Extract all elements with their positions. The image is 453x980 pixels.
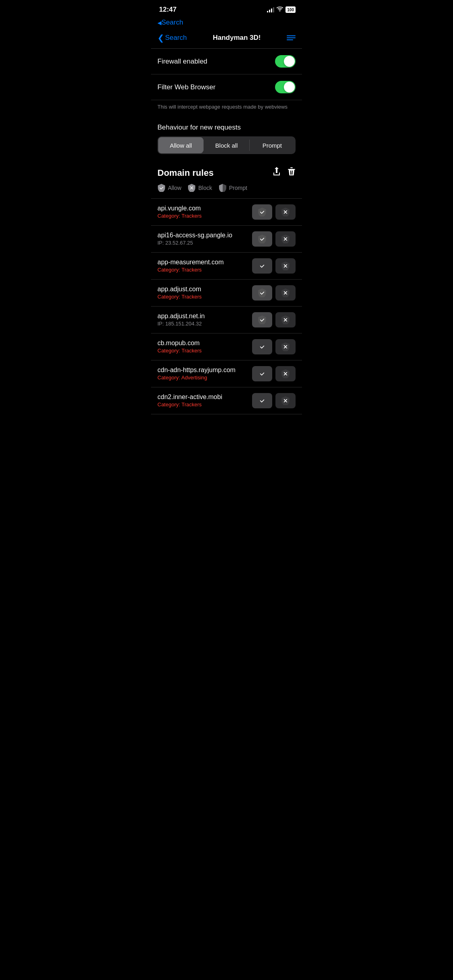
back-arrow-icon: ◂ (157, 18, 161, 27)
domain-rules-actions (272, 167, 296, 179)
domain-name: api16-access-sg.pangle.io (157, 232, 247, 239)
domain-info: cdn-adn-https.rayjump.comCategory: Adver… (157, 366, 252, 381)
firewall-toggle[interactable] (275, 55, 296, 68)
allow-button[interactable] (252, 339, 272, 354)
domain-action-buttons (252, 339, 296, 354)
legend-prompt: Prompt (219, 184, 247, 192)
legend-block-label: Block (198, 185, 212, 191)
back-button[interactable]: ❮ Search (157, 33, 187, 43)
domain-name: app-measurement.com (157, 259, 247, 266)
domain-action-buttons (252, 366, 296, 381)
menu-button[interactable] (287, 35, 296, 40)
domain-info: cb.mopub.comCategory: Trackers (157, 340, 252, 354)
menu-line-1 (287, 35, 296, 36)
domain-row: cdn2.inner-active.mobiCategory: Trackers (151, 387, 302, 414)
domain-info: app-measurement.comCategory: Trackers (157, 259, 252, 273)
domain-sub: Category: Trackers (157, 294, 247, 300)
content: Firewall enabled Filter Web Browser This… (151, 49, 302, 414)
domain-sub: IP: 23.52.67.25 (157, 240, 247, 246)
domain-rules-title: Domain rules (157, 168, 213, 178)
filter-web-label: Filter Web Browser (157, 83, 215, 91)
legend-allow: Allow (157, 184, 181, 192)
back-search-label[interactable]: Search (161, 19, 183, 27)
domain-list: api.vungle.comCategory: Trackersapi16-ac… (151, 199, 302, 414)
domain-row: cb.mopub.comCategory: Trackers (151, 334, 302, 360)
back-chevron-icon: ❮ (157, 33, 164, 43)
domain-row: cdn-adn-https.rayjump.comCategory: Adver… (151, 360, 302, 387)
domain-rules-header: Domain rules (151, 162, 302, 182)
domain-sub: Category: Trackers (157, 213, 247, 219)
domain-action-buttons (252, 231, 296, 247)
allow-button[interactable] (252, 285, 272, 301)
domain-action-buttons (252, 204, 296, 220)
domain-info: app.adjust.net.inIP: 185.151.204.32 (157, 313, 252, 327)
nav-title: Handyman 3D! (213, 34, 261, 42)
domain-sub: Category: Trackers (157, 267, 247, 273)
domain-name: app.adjust.net.in (157, 313, 247, 320)
status-time: 12:47 (159, 6, 176, 14)
block-button[interactable] (275, 312, 296, 327)
domain-row: app-measurement.comCategory: Trackers (151, 253, 302, 280)
share-button[interactable] (272, 167, 281, 179)
allow-button[interactable] (252, 231, 272, 247)
block-button[interactable] (275, 258, 296, 274)
menu-line-2 (287, 37, 296, 38)
svg-rect-1 (290, 167, 293, 168)
firewall-label: Firewall enabled (157, 58, 207, 66)
domain-row: app.adjust.net.inIP: 185.151.204.32 (151, 307, 302, 334)
domain-action-buttons (252, 258, 296, 274)
trash-button[interactable] (288, 167, 296, 179)
block-button[interactable] (275, 339, 296, 354)
battery-icon: 100 (285, 6, 296, 13)
domain-row: api.vungle.comCategory: Trackers (151, 199, 302, 226)
domain-name: app.adjust.com (157, 286, 247, 293)
domain-name: cb.mopub.com (157, 340, 247, 347)
filter-web-toggle[interactable] (275, 81, 296, 93)
svg-rect-0 (288, 169, 295, 170)
status-bar: 12:47 100 (151, 0, 302, 16)
domain-info: cdn2.inner-active.mobiCategory: Trackers (157, 393, 252, 408)
domain-sub: Category: Trackers (157, 348, 247, 354)
domain-row: app.adjust.comCategory: Trackers (151, 280, 302, 307)
block-button[interactable] (275, 285, 296, 301)
signal-icon (267, 7, 274, 12)
seg-prompt[interactable]: Prompt (250, 137, 295, 153)
block-button[interactable] (275, 231, 296, 247)
block-button[interactable] (275, 393, 296, 408)
allow-button[interactable] (252, 312, 272, 327)
domain-sub: Category: Advertising (157, 375, 247, 381)
allow-button[interactable] (252, 366, 272, 381)
domain-name: cdn2.inner-active.mobi (157, 393, 247, 401)
domain-name: api.vungle.com (157, 205, 247, 212)
block-button[interactable] (275, 366, 296, 381)
seg-allow-all[interactable]: Allow all (158, 137, 203, 153)
back-search-row: ◂ Search (151, 16, 302, 30)
menu-line-3 (287, 39, 293, 40)
status-icons: 100 (267, 6, 296, 13)
block-button[interactable] (275, 204, 296, 220)
nav-bar: ❮ Search Handyman 3D! (151, 30, 302, 49)
block-shield-icon (188, 184, 196, 192)
legend-allow-label: Allow (168, 185, 181, 191)
allow-button[interactable] (252, 258, 272, 274)
back-label: Search (165, 34, 187, 42)
domain-sub: IP: 185.151.204.32 (157, 321, 247, 327)
firewall-toggle-knob (284, 56, 295, 67)
filter-web-description: This will intercept webpage requests mad… (151, 100, 302, 117)
domain-info: api16-access-sg.pangle.ioIP: 23.52.67.25 (157, 232, 252, 246)
domain-name: cdn-adn-https.rayjump.com (157, 366, 247, 374)
filter-web-toggle-row: Filter Web Browser (151, 74, 302, 100)
wifi-icon (277, 6, 283, 13)
behaviour-segmented-control: Allow all Block all Prompt (157, 136, 296, 154)
domain-sub: Category: Trackers (157, 401, 247, 408)
allow-button[interactable] (252, 204, 272, 220)
domain-action-buttons (252, 393, 296, 408)
legend-prompt-label: Prompt (229, 185, 247, 191)
allow-button[interactable] (252, 393, 272, 408)
firewall-toggle-row: Firewall enabled (151, 49, 302, 74)
filter-web-toggle-knob (284, 82, 295, 93)
seg-block-all[interactable]: Block all (204, 137, 249, 153)
allow-shield-icon (157, 184, 165, 192)
prompt-shield-icon (219, 184, 227, 192)
domain-info: api.vungle.comCategory: Trackers (157, 205, 252, 219)
